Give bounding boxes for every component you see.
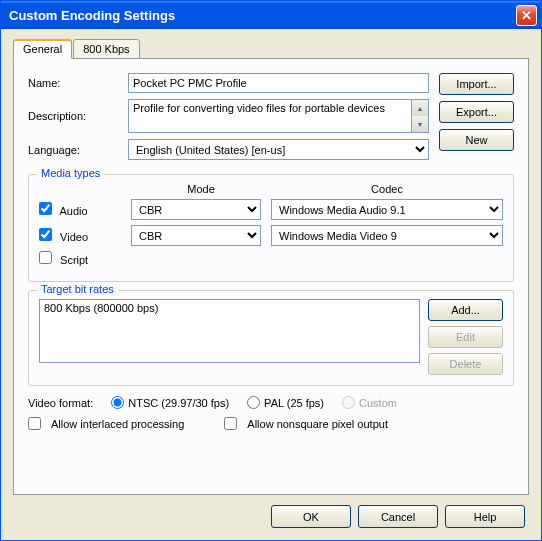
add-button[interactable]: Add... [428, 299, 503, 321]
script-checkbox[interactable] [39, 251, 52, 264]
help-button[interactable]: Help [445, 505, 525, 528]
ntsc-radio-label[interactable]: NTSC (29.97/30 fps) [111, 396, 229, 409]
ntsc-radio[interactable] [111, 396, 124, 409]
script-label: Script [60, 254, 88, 266]
cancel-button[interactable]: Cancel [358, 505, 438, 528]
close-button[interactable]: ✕ [516, 5, 537, 26]
mode-header: Mode [131, 183, 271, 195]
custom-radio [342, 396, 355, 409]
tab-800kbps[interactable]: 800 Kbps [73, 39, 139, 59]
name-label: Name: [28, 77, 128, 89]
description-label: Description: [28, 110, 128, 122]
video-checkbox[interactable] [39, 228, 52, 241]
import-button[interactable]: Import... [439, 73, 514, 95]
tab-general[interactable]: General [13, 39, 72, 59]
description-textarea[interactable]: Profile for converting video files for p… [128, 99, 412, 133]
scroll-down-button[interactable]: ▼ [412, 116, 428, 132]
name-input[interactable] [128, 73, 429, 93]
nonsquare-checkbox[interactable] [224, 417, 237, 430]
codec-header: Codec [271, 183, 503, 195]
video-codec-select[interactable]: Windows Media Video 9 [271, 225, 503, 246]
delete-button: Delete [428, 353, 503, 375]
audio-label: Audio [59, 205, 87, 217]
interlaced-checkbox-label[interactable]: Allow interlaced processing [28, 417, 184, 430]
window-title: Custom Encoding Settings [9, 8, 516, 23]
language-select[interactable]: English (United States) [en-us] [128, 139, 429, 160]
custom-radio-label: Custom [342, 396, 397, 409]
ok-button[interactable]: OK [271, 505, 351, 528]
media-types-legend: Media types [37, 167, 104, 179]
interlaced-checkbox[interactable] [28, 417, 41, 430]
audio-mode-select[interactable]: CBR [131, 199, 261, 220]
edit-button: Edit [428, 326, 503, 348]
video-mode-select[interactable]: CBR [131, 225, 261, 246]
bitrates-listbox[interactable]: 800 Kbps (800000 bps) [39, 299, 420, 363]
video-format-label: Video format: [28, 397, 93, 409]
export-button[interactable]: Export... [439, 101, 514, 123]
video-label: Video [60, 231, 88, 243]
new-button[interactable]: New [439, 129, 514, 151]
audio-checkbox[interactable] [39, 202, 52, 215]
bitrate-item[interactable]: 800 Kbps (800000 bps) [44, 302, 415, 314]
audio-codec-select[interactable]: Windows Media Audio 9.1 [271, 199, 503, 220]
pal-radio-label[interactable]: PAL (25 fps) [247, 396, 324, 409]
language-label: Language: [28, 144, 128, 156]
pal-radio[interactable] [247, 396, 260, 409]
bitrates-legend: Target bit rates [37, 283, 118, 295]
close-icon: ✕ [521, 8, 532, 23]
nonsquare-checkbox-label[interactable]: Allow nonsquare pixel output [224, 417, 388, 430]
scroll-up-button[interactable]: ▲ [412, 100, 428, 116]
